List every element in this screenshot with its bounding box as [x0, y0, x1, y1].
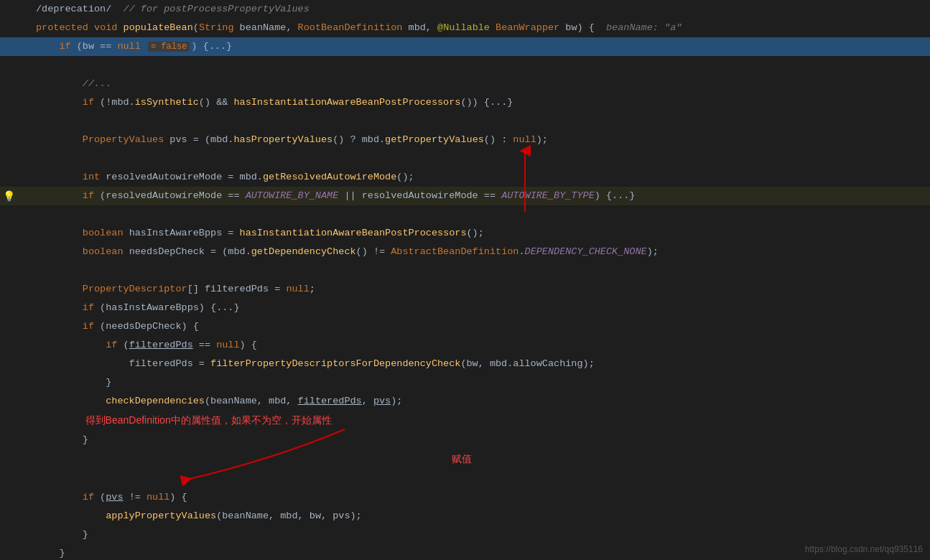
code-line-17: if (hasInstAwareBpps) {...} [0, 299, 930, 317]
line-content-4 [30, 56, 930, 75]
warning-icon: 💡 [3, 190, 15, 202]
line-content-10: int resolvedAutowireMode = mbd.getResolv… [30, 168, 930, 187]
line-content-25: if (pvs != null) { [30, 488, 930, 507]
code-line-10: int resolvedAutowireMode = mbd.getResolv… [0, 168, 930, 187]
code-line-2: protected void populateBean(String beanN… [0, 19, 930, 37]
line-content-2: protected void populateBean(String beanN… [30, 19, 930, 37]
code-editor: /deprecation/ // for postProcessProperty… [0, 0, 930, 560]
line-content-26: applyPropertyValues(beanName, mbd, bw, p… [30, 507, 930, 526]
code-line-4 [0, 56, 930, 75]
code-line-25: if (pvs != null) { [0, 488, 930, 507]
line-content-13: boolean hasInstAwareBpps = hasInstantiat… [30, 224, 930, 243]
code-line-22: checkDependencies(beanName, mbd, filtere… [0, 392, 930, 431]
code-line-15 [0, 261, 930, 280]
line-content-15 [30, 261, 930, 280]
line-content-19: if (filteredPds == null) { [30, 336, 930, 355]
annotation-text-2: 赋值 [452, 453, 472, 465]
code-line-27: } [0, 526, 930, 544]
line-content-28: } [30, 544, 930, 560]
code-line-8: PropertyValues pvs = (mbd.hasPropertyVal… [0, 131, 930, 149]
code-line-9 [0, 149, 930, 168]
code-line-18: if (needsDepCheck) { [0, 317, 930, 336]
code-line-21: } [0, 373, 930, 392]
line-content-22: checkDependencies(beanName, mbd, filtere… [30, 392, 930, 431]
line-content-1: /deprecation/ // for postProcessProperty… [30, 0, 930, 19]
line-content-9 [30, 149, 930, 168]
code-line-3: if (bw == null = false) {...} [0, 37, 930, 56]
code-line-5: //... [0, 75, 930, 93]
code-line-19: if (filteredPds == null) { [0, 336, 930, 355]
line-content-27: } [30, 526, 930, 544]
code-line-20: filteredPds = filterPropertyDescriptorsF… [0, 355, 930, 373]
code-line-6: if (!mbd.isSynthetic() && hasInstantiati… [0, 93, 930, 112]
line-content-5: //... [30, 75, 930, 93]
code-line-28: } [0, 544, 930, 560]
line-content-23: } 赋值 [30, 431, 930, 470]
line-content-7 [30, 112, 930, 131]
code-line-16: PropertyDescriptor[] filteredPds = null; [0, 280, 930, 299]
code-line-7 [0, 112, 930, 131]
false-badge: = false [148, 42, 190, 52]
line-content-16: PropertyDescriptor[] filteredPds = null; [30, 280, 930, 299]
line-content-8: PropertyValues pvs = (mbd.hasPropertyVal… [30, 131, 930, 149]
code-line-1: /deprecation/ // for postProcessProperty… [0, 0, 930, 19]
code-line-26: applyPropertyValues(beanName, mbd, bw, p… [0, 507, 930, 526]
line-content-17: if (hasInstAwareBpps) {...} [30, 299, 930, 317]
annotation-text: 得到BeanDefinition中的属性值，如果不为空，开始属性 [85, 414, 332, 426]
line-content-12 [30, 205, 930, 224]
watermark: https://blog.csdn.net/qq935116 [805, 544, 923, 554]
line-content-18: if (needsDepCheck) { [30, 317, 930, 336]
code-line-14: boolean needsDepCheck = (mbd.getDependen… [0, 243, 930, 261]
code-line-11: 💡 if (resolvedAutowireMode == AUTOWIRE_B… [0, 187, 930, 205]
line-content-11: if (resolvedAutowireMode == AUTOWIRE_BY_… [30, 187, 930, 205]
line-content-14: boolean needsDepCheck = (mbd.getDependen… [30, 243, 930, 261]
line-content-24 [30, 470, 930, 488]
line-content-20: filteredPds = filterPropertyDescriptorsF… [30, 355, 930, 373]
line-content-3: if (bw == null = false) {...} [30, 37, 930, 56]
line-content-21: } [30, 373, 930, 392]
code-line-23: } 赋值 [0, 431, 930, 470]
code-line-24 [0, 470, 930, 488]
code-line-13: boolean hasInstAwareBpps = hasInstantiat… [0, 224, 930, 243]
line-content-6: if (!mbd.isSynthetic() && hasInstantiati… [30, 93, 930, 112]
code-line-12 [0, 205, 930, 224]
